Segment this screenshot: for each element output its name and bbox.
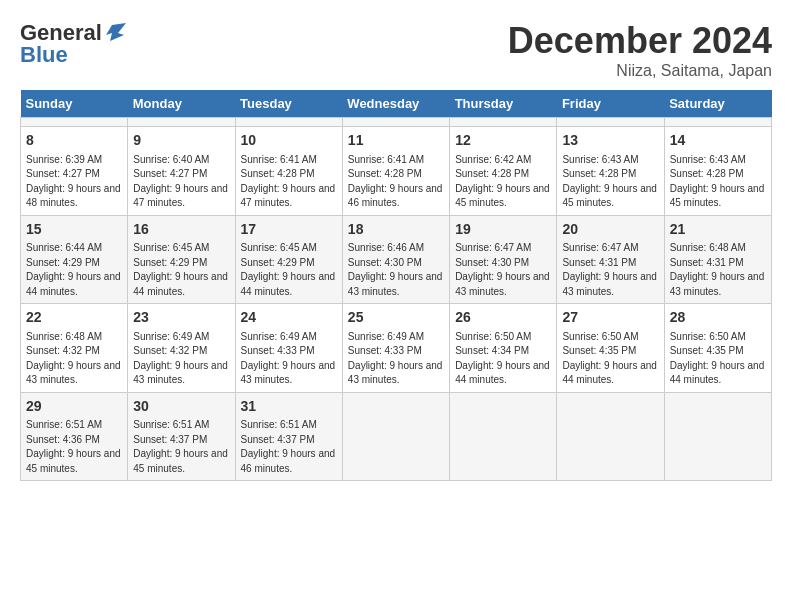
day-number: 16 xyxy=(133,220,229,240)
calendar-week-1 xyxy=(21,118,772,127)
day-number: 31 xyxy=(241,397,337,417)
calendar-cell: 12Sunrise: 6:42 AMSunset: 4:28 PMDayligh… xyxy=(450,127,557,216)
day-info: Sunrise: 6:39 AMSunset: 4:27 PMDaylight:… xyxy=(26,153,122,211)
calendar-cell: 14Sunrise: 6:43 AMSunset: 4:28 PMDayligh… xyxy=(664,127,771,216)
day-number: 13 xyxy=(562,131,658,151)
day-number: 26 xyxy=(455,308,551,328)
calendar-week-5: 29Sunrise: 6:51 AMSunset: 4:36 PMDayligh… xyxy=(21,392,772,481)
day-number: 19 xyxy=(455,220,551,240)
day-info: Sunrise: 6:50 AMSunset: 4:35 PMDaylight:… xyxy=(562,330,658,388)
calendar-cell: 25Sunrise: 6:49 AMSunset: 4:33 PMDayligh… xyxy=(342,304,449,393)
day-info: Sunrise: 6:47 AMSunset: 4:30 PMDaylight:… xyxy=(455,241,551,299)
calendar-cell: 9Sunrise: 6:40 AMSunset: 4:27 PMDaylight… xyxy=(128,127,235,216)
calendar-table: SundayMondayTuesdayWednesdayThursdayFrid… xyxy=(20,90,772,481)
calendar-cell xyxy=(557,118,664,127)
header-saturday: Saturday xyxy=(664,90,771,118)
calendar-cell xyxy=(342,118,449,127)
day-number: 23 xyxy=(133,308,229,328)
month-title: December 2024 xyxy=(508,20,772,62)
calendar-cell xyxy=(450,392,557,481)
calendar-cell: 10Sunrise: 6:41 AMSunset: 4:28 PMDayligh… xyxy=(235,127,342,216)
calendar-cell: 31Sunrise: 6:51 AMSunset: 4:37 PMDayligh… xyxy=(235,392,342,481)
day-number: 11 xyxy=(348,131,444,151)
day-number: 12 xyxy=(455,131,551,151)
header-thursday: Thursday xyxy=(450,90,557,118)
day-info: Sunrise: 6:48 AMSunset: 4:32 PMDaylight:… xyxy=(26,330,122,388)
day-info: Sunrise: 6:50 AMSunset: 4:35 PMDaylight:… xyxy=(670,330,766,388)
day-info: Sunrise: 6:49 AMSunset: 4:33 PMDaylight:… xyxy=(241,330,337,388)
calendar-cell: 27Sunrise: 6:50 AMSunset: 4:35 PMDayligh… xyxy=(557,304,664,393)
day-info: Sunrise: 6:47 AMSunset: 4:31 PMDaylight:… xyxy=(562,241,658,299)
calendar-cell: 19Sunrise: 6:47 AMSunset: 4:30 PMDayligh… xyxy=(450,215,557,304)
day-info: Sunrise: 6:46 AMSunset: 4:30 PMDaylight:… xyxy=(348,241,444,299)
day-number: 10 xyxy=(241,131,337,151)
calendar-cell: 13Sunrise: 6:43 AMSunset: 4:28 PMDayligh… xyxy=(557,127,664,216)
day-number: 24 xyxy=(241,308,337,328)
day-info: Sunrise: 6:43 AMSunset: 4:28 PMDaylight:… xyxy=(670,153,766,211)
calendar-cell: 8Sunrise: 6:39 AMSunset: 4:27 PMDaylight… xyxy=(21,127,128,216)
title-area: December 2024 Niiza, Saitama, Japan xyxy=(508,20,772,80)
day-info: Sunrise: 6:48 AMSunset: 4:31 PMDaylight:… xyxy=(670,241,766,299)
calendar-cell: 18Sunrise: 6:46 AMSunset: 4:30 PMDayligh… xyxy=(342,215,449,304)
day-info: Sunrise: 6:40 AMSunset: 4:27 PMDaylight:… xyxy=(133,153,229,211)
header-wednesday: Wednesday xyxy=(342,90,449,118)
logo-blue: Blue xyxy=(20,42,68,68)
header-sunday: Sunday xyxy=(21,90,128,118)
calendar-cell: 21Sunrise: 6:48 AMSunset: 4:31 PMDayligh… xyxy=(664,215,771,304)
day-number: 28 xyxy=(670,308,766,328)
day-info: Sunrise: 6:43 AMSunset: 4:28 PMDaylight:… xyxy=(562,153,658,211)
calendar-cell xyxy=(664,392,771,481)
calendar-cell xyxy=(128,118,235,127)
page-header: General Blue December 2024 Niiza, Saitam… xyxy=(20,20,772,80)
day-number: 9 xyxy=(133,131,229,151)
calendar-cell xyxy=(235,118,342,127)
day-info: Sunrise: 6:45 AMSunset: 4:29 PMDaylight:… xyxy=(133,241,229,299)
day-info: Sunrise: 6:51 AMSunset: 4:37 PMDaylight:… xyxy=(133,418,229,476)
day-number: 27 xyxy=(562,308,658,328)
calendar-cell: 15Sunrise: 6:44 AMSunset: 4:29 PMDayligh… xyxy=(21,215,128,304)
day-info: Sunrise: 6:44 AMSunset: 4:29 PMDaylight:… xyxy=(26,241,122,299)
day-number: 18 xyxy=(348,220,444,240)
day-number: 22 xyxy=(26,308,122,328)
calendar-week-2: 8Sunrise: 6:39 AMSunset: 4:27 PMDaylight… xyxy=(21,127,772,216)
header-friday: Friday xyxy=(557,90,664,118)
calendar-cell: 24Sunrise: 6:49 AMSunset: 4:33 PMDayligh… xyxy=(235,304,342,393)
day-number: 14 xyxy=(670,131,766,151)
calendar-cell: 29Sunrise: 6:51 AMSunset: 4:36 PMDayligh… xyxy=(21,392,128,481)
day-info: Sunrise: 6:51 AMSunset: 4:36 PMDaylight:… xyxy=(26,418,122,476)
day-number: 20 xyxy=(562,220,658,240)
day-number: 29 xyxy=(26,397,122,417)
calendar-cell xyxy=(450,118,557,127)
day-info: Sunrise: 6:41 AMSunset: 4:28 PMDaylight:… xyxy=(241,153,337,211)
calendar-cell: 26Sunrise: 6:50 AMSunset: 4:34 PMDayligh… xyxy=(450,304,557,393)
calendar-cell xyxy=(557,392,664,481)
calendar-cell: 16Sunrise: 6:45 AMSunset: 4:29 PMDayligh… xyxy=(128,215,235,304)
calendar-cell: 11Sunrise: 6:41 AMSunset: 4:28 PMDayligh… xyxy=(342,127,449,216)
calendar-cell xyxy=(342,392,449,481)
day-info: Sunrise: 6:49 AMSunset: 4:32 PMDaylight:… xyxy=(133,330,229,388)
calendar-week-4: 22Sunrise: 6:48 AMSunset: 4:32 PMDayligh… xyxy=(21,304,772,393)
logo-bird-icon xyxy=(104,21,126,43)
svg-marker-0 xyxy=(106,23,126,41)
day-number: 8 xyxy=(26,131,122,151)
day-info: Sunrise: 6:45 AMSunset: 4:29 PMDaylight:… xyxy=(241,241,337,299)
header-monday: Monday xyxy=(128,90,235,118)
day-number: 30 xyxy=(133,397,229,417)
day-info: Sunrise: 6:50 AMSunset: 4:34 PMDaylight:… xyxy=(455,330,551,388)
calendar-header-row: SundayMondayTuesdayWednesdayThursdayFrid… xyxy=(21,90,772,118)
calendar-cell: 23Sunrise: 6:49 AMSunset: 4:32 PMDayligh… xyxy=(128,304,235,393)
calendar-cell: 20Sunrise: 6:47 AMSunset: 4:31 PMDayligh… xyxy=(557,215,664,304)
day-info: Sunrise: 6:51 AMSunset: 4:37 PMDaylight:… xyxy=(241,418,337,476)
header-tuesday: Tuesday xyxy=(235,90,342,118)
logo: General Blue xyxy=(20,20,126,68)
day-number: 15 xyxy=(26,220,122,240)
day-number: 21 xyxy=(670,220,766,240)
calendar-cell xyxy=(21,118,128,127)
calendar-cell: 22Sunrise: 6:48 AMSunset: 4:32 PMDayligh… xyxy=(21,304,128,393)
calendar-cell: 28Sunrise: 6:50 AMSunset: 4:35 PMDayligh… xyxy=(664,304,771,393)
location: Niiza, Saitama, Japan xyxy=(508,62,772,80)
day-info: Sunrise: 6:42 AMSunset: 4:28 PMDaylight:… xyxy=(455,153,551,211)
calendar-week-3: 15Sunrise: 6:44 AMSunset: 4:29 PMDayligh… xyxy=(21,215,772,304)
calendar-cell: 17Sunrise: 6:45 AMSunset: 4:29 PMDayligh… xyxy=(235,215,342,304)
day-info: Sunrise: 6:49 AMSunset: 4:33 PMDaylight:… xyxy=(348,330,444,388)
